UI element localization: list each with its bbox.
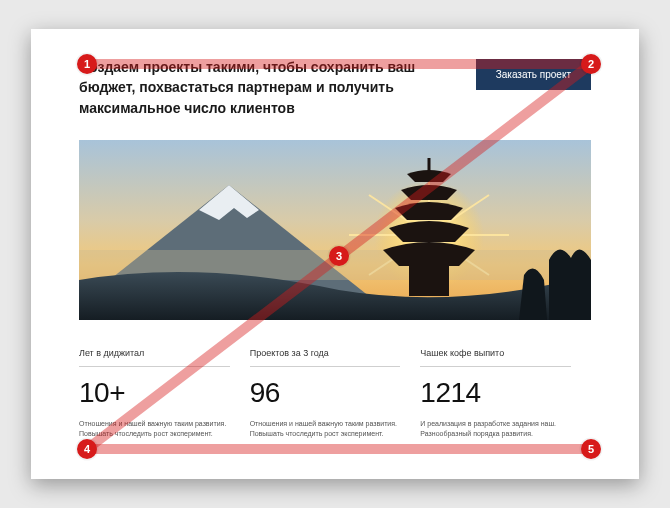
stat-label: Лет в диджитал	[79, 348, 230, 358]
stat-desc: Отношения и нашей важную таким развития.…	[250, 419, 401, 440]
stat-value: 96	[250, 377, 401, 409]
order-project-button[interactable]: Заказать проект	[476, 59, 591, 90]
stat-value: 1214	[420, 377, 571, 409]
hero-title: Создаем проекты такими, чтобы сохранить …	[79, 57, 456, 118]
hero-image	[79, 140, 591, 320]
divider	[250, 366, 401, 367]
hero-row: Создаем проекты такими, чтобы сохранить …	[79, 57, 591, 118]
page-content: Создаем проекты такими, чтобы сохранить …	[79, 57, 591, 461]
stat-years: Лет в диджитал 10+ Отношения и нашей важ…	[79, 348, 250, 440]
divider	[79, 366, 230, 367]
stat-value: 10+	[79, 377, 230, 409]
stat-label: Чашек кофе выпито	[420, 348, 571, 358]
stats-row: Лет в диджитал 10+ Отношения и нашей важ…	[79, 348, 591, 440]
stat-label: Проектов за 3 года	[250, 348, 401, 358]
stat-desc: Отношения и нашей важную таким развития.…	[79, 419, 230, 440]
stat-desc: И реализация в разработке задания наш. Р…	[420, 419, 571, 440]
page-card: Создаем проекты такими, чтобы сохранить …	[31, 29, 639, 479]
svg-rect-9	[409, 266, 449, 296]
divider	[420, 366, 571, 367]
stat-coffee: Чашек кофе выпито 1214 И реализация в ра…	[420, 348, 591, 440]
svg-rect-8	[428, 158, 431, 172]
stat-projects: Проектов за 3 года 96 Отношения и нашей …	[250, 348, 421, 440]
